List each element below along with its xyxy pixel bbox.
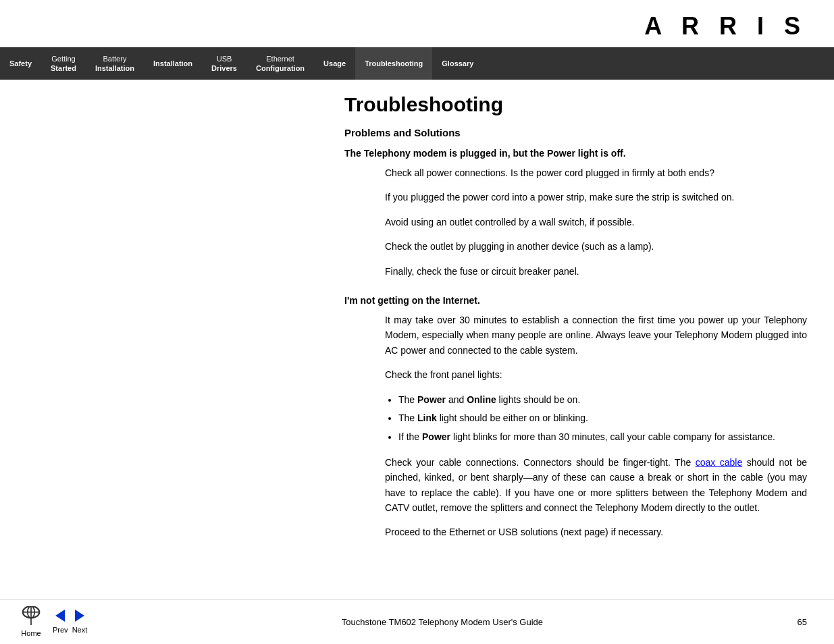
- bold-online: Online: [467, 394, 496, 405]
- footer-page-number: 65: [798, 617, 814, 627]
- problem1-para5: Finally, check the fuse or circuit break…: [385, 264, 807, 279]
- bold-link: Link: [417, 412, 437, 423]
- problem-block-1: The Telephony modem is plugged in, but t…: [344, 148, 807, 279]
- problem1-para2: If you plugged the power cord into a pow…: [385, 190, 807, 205]
- nav-getting-started-top: Getting: [51, 54, 75, 63]
- bold-power-1: Power: [417, 394, 446, 405]
- home-nav-item[interactable]: Home: [20, 606, 42, 637]
- bullet-1: The Power and Online lights should be on…: [398, 392, 807, 408]
- bullet-3: If the Power light blinks for more than …: [398, 429, 807, 446]
- arrow-left-shape: [55, 610, 65, 622]
- nav-glossary-label: Glossary: [442, 59, 473, 68]
- problem1-heading: The Telephony modem is plugged in, but t…: [344, 148, 807, 159]
- nav-usb-bottom: Drivers: [211, 63, 237, 73]
- nav-item-getting-started[interactable]: Getting Started: [41, 47, 86, 80]
- arris-logo: A R R I S: [644, 12, 807, 40]
- problem1-para3: Avoid using an outlet controlled by a wa…: [385, 215, 807, 230]
- nav-ethernet-top: Ethernet: [266, 54, 294, 63]
- problem2-check-lights: Check the front panel lights:: [385, 367, 807, 382]
- nav-item-installation[interactable]: Installation: [144, 47, 202, 80]
- nav-item-glossary[interactable]: Glossary: [432, 47, 483, 80]
- next-arrow-icon: [75, 610, 84, 624]
- nav-item-battery-installation[interactable]: Battery Installation: [86, 47, 144, 80]
- problem2-cable-para: Check your cable connections. Connectors…: [385, 455, 807, 516]
- nav-item-ethernet-configuration[interactable]: Ethernet Configuration: [246, 47, 314, 80]
- prev-arrow-icon: [55, 610, 65, 624]
- problem2-last-para: Proceed to the Ethernet or USB solutions…: [385, 525, 807, 539]
- home-label: Home: [21, 629, 41, 637]
- problem1-content: Check all power connections. Is the powe…: [385, 165, 807, 279]
- nav-item-safety[interactable]: Safety: [0, 47, 41, 80]
- nav-usb-top: USB: [217, 54, 232, 63]
- bullet-2: The Link light should be either on or bl…: [398, 410, 807, 427]
- home-icon: [20, 606, 42, 628]
- page-title: Troubleshooting: [344, 93, 807, 116]
- footer-navigation: Home Prev Next: [20, 606, 87, 637]
- next-nav-item[interactable]: Next: [72, 610, 88, 634]
- nav-ethernet-bottom: Configuration: [256, 63, 305, 73]
- problem1-para1: Check all power connections. Is the powe…: [385, 165, 807, 180]
- problem1-para4: Check the outlet by plugging in another …: [385, 239, 807, 254]
- nav-troubleshooting-label: Troubleshooting: [365, 59, 423, 68]
- arrow-right-shape: [75, 610, 84, 622]
- nav-item-troubleshooting[interactable]: Troubleshooting: [355, 47, 432, 80]
- footer: Home Prev Next Touchstone TM602 Telephon…: [0, 599, 834, 644]
- nav-battery-bottom: Installation: [95, 63, 134, 73]
- nav-battery-top: Battery: [103, 54, 127, 63]
- problem-block-2: I'm not getting on the Internet. It may …: [344, 295, 807, 540]
- prev-label: Prev: [53, 626, 68, 634]
- navigation: Safety Getting Started Battery Installat…: [0, 47, 834, 80]
- nav-installation-label: Installation: [153, 59, 192, 68]
- main-content: Troubleshooting Problems and Solutions T…: [0, 80, 834, 570]
- nav-item-usage[interactable]: Usage: [314, 47, 355, 80]
- bold-power-2: Power: [422, 431, 450, 442]
- problem2-intro: It may take over 30 minutes to establish…: [385, 313, 807, 358]
- problem2-content: It may take over 30 minutes to establish…: [385, 313, 807, 540]
- footer-center-text: Touchstone TM602 Telephony Modem User's …: [87, 617, 797, 627]
- problem2-bullets: The Power and Online lights should be on…: [398, 392, 807, 446]
- nav-getting-started-bottom: Started: [51, 63, 76, 73]
- nav-item-usb-drivers[interactable]: USB Drivers: [202, 47, 246, 80]
- nav-usage-label: Usage: [323, 59, 346, 68]
- coax-cable-link[interactable]: coax cable: [696, 457, 743, 468]
- next-label: Next: [72, 626, 88, 634]
- problem2-heading: I'm not getting on the Internet.: [344, 295, 807, 306]
- nav-safety-label: Safety: [9, 59, 32, 68]
- logo-bar: A R R I S: [0, 0, 834, 47]
- section-heading: Problems and Solutions: [344, 127, 807, 138]
- prev-nav-item[interactable]: Prev: [53, 610, 68, 634]
